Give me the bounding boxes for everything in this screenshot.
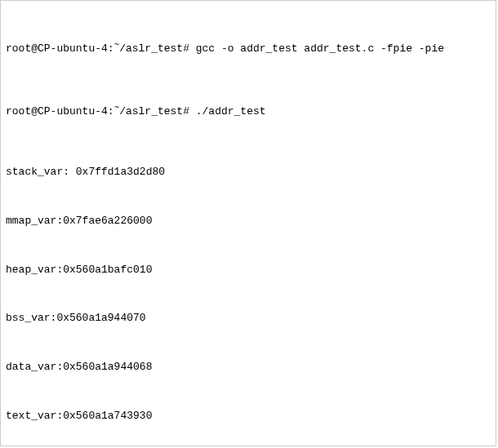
output-stack-1: stack_var: 0x7ffd1a3d2d80	[6, 166, 491, 178]
prompt-user-host: root@CP-ubuntu-4:	[6, 42, 114, 55]
prompt-line-2: root@CP-ubuntu-4:~/aslr_test# ./addr_tes…	[6, 104, 491, 118]
output-bss-1: bss_var:0x560a1a944070	[6, 313, 491, 324]
terminal-window[interactable]: root@CP-ubuntu-4:~/aslr_test# gcc -o add…	[0, 0, 496, 446]
prompt-user-host: root@CP-ubuntu-4:	[6, 105, 114, 118]
prompt-path: /aslr_test#	[119, 42, 196, 55]
output-data-1: data_var:0x560a1a944068	[6, 362, 491, 373]
prompt-path: /aslr_test#	[119, 105, 196, 118]
output-heap-1: heap_var:0x560a1bafc010	[6, 264, 491, 276]
command-text: gcc -o addr_test addr_test.c -fpie -pie	[196, 42, 444, 55]
output-mmap-1: mmap_var:0x7fae6a226000	[6, 215, 491, 227]
prompt-line-1: root@CP-ubuntu-4:~/aslr_test# gcc -o add…	[6, 41, 491, 55]
output-text-1: text_var:0x560a1a743930	[6, 410, 491, 422]
command-text: ./addr_test	[196, 105, 266, 118]
